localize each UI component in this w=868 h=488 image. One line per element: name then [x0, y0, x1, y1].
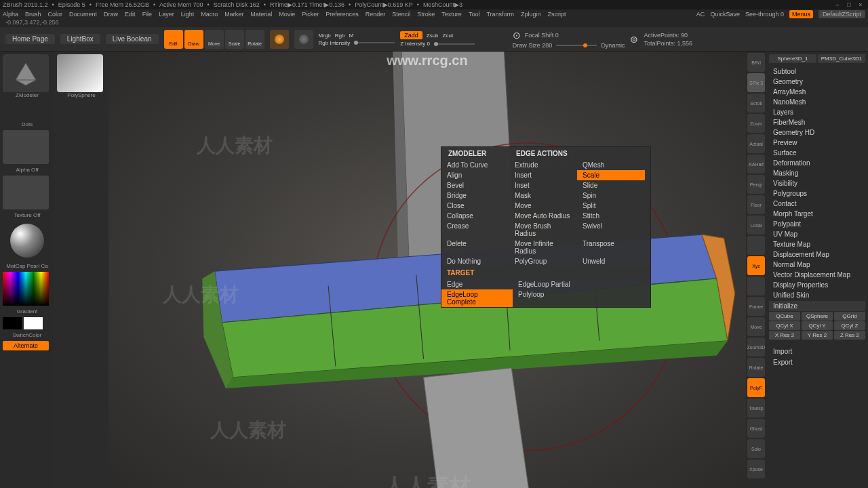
- seethrough-slider[interactable]: See-through 0: [745, 11, 784, 18]
- zmodeler-action-unweld[interactable]: Unweld: [577, 256, 645, 266]
- init-qgrid[interactable]: QGrid: [834, 312, 865, 321]
- gizmo-button[interactable]: [270, 30, 289, 49]
- zmodeler-target-edgeloop-partial[interactable]: EdgeLoop Partial: [513, 279, 580, 289]
- alternate-button[interactable]: Alternate: [3, 341, 49, 350]
- texture-swatch[interactable]: [3, 176, 49, 209]
- zmodeler-action-bevel[interactable]: Bevel: [441, 180, 509, 190]
- menu-movie[interactable]: Movie: [279, 11, 295, 18]
- zmodeler-target-polyloop[interactable]: Polyloop: [513, 289, 580, 307]
- zmodeler-action-swivel[interactable]: Swivel: [577, 221, 645, 239]
- zmodeler-action-move-infinite-radius[interactable]: Move Infinite Radius: [509, 239, 577, 256]
- init-qcube[interactable]: QCube: [769, 312, 800, 321]
- default-zscript[interactable]: DefaultZScript: [818, 10, 865, 18]
- panel-polygroups[interactable]: Polygroups: [769, 188, 865, 199]
- rtool-rotate[interactable]: Rotate: [747, 358, 765, 377]
- rtool-brd[interactable]: BRd: [747, 53, 765, 72]
- menu-light[interactable]: Light: [181, 11, 195, 18]
- rgb-intensity-slider[interactable]: [354, 42, 395, 43]
- menu-stroke[interactable]: Stroke: [417, 11, 435, 18]
- rtool-zoom3d[interactable]: Zoom3D: [747, 338, 765, 357]
- menu-edit[interactable]: Edit: [125, 11, 136, 18]
- rtool-aahalf[interactable]: AAHalf: [747, 155, 765, 174]
- zmodeler-target-edgeloop-complete[interactable]: EdgeLoop Complete: [441, 289, 513, 307]
- zmodeler-action-split[interactable]: Split: [577, 201, 645, 211]
- initialize-section[interactable]: Initialize: [769, 301, 865, 311]
- panel-unified-skin[interactable]: Unified Skin: [769, 290, 865, 300]
- panel-morph-target[interactable]: Morph Target: [769, 209, 865, 219]
- draw-mode-button[interactable]: Draw: [184, 30, 203, 49]
- init-z-res-2[interactable]: Z Res 2: [834, 331, 865, 340]
- color-picker[interactable]: [3, 272, 49, 306]
- panel-arraymesh[interactable]: ArrayMesh: [769, 87, 865, 97]
- panel-vector-displacement-map[interactable]: Vector Displacement Map: [769, 270, 865, 280]
- rtool-frame[interactable]: Frame: [747, 297, 765, 316]
- panel-geometry-hd[interactable]: Geometry HD: [769, 127, 865, 138]
- menu-file[interactable]: File: [142, 11, 153, 18]
- menu-alpha[interactable]: Alpha: [3, 11, 18, 18]
- draw-size-slider[interactable]: [556, 45, 597, 46]
- rtool-blank[interactable]: [747, 236, 765, 255]
- scale-mode-button[interactable]: Scale: [225, 30, 244, 49]
- zmodeler-action-scale[interactable]: Scale: [577, 170, 645, 180]
- zmodeler-action-polygroup[interactable]: PolyGroup: [509, 256, 577, 266]
- menu-color[interactable]: Color: [48, 11, 63, 18]
- menu-document[interactable]: Document: [69, 11, 97, 18]
- menu-stencil[interactable]: Stencil: [392, 11, 410, 18]
- panel-displacement-map[interactable]: Displacement Map: [769, 249, 865, 260]
- menu-zplugin[interactable]: Zplugin: [521, 11, 541, 18]
- init-y-res-2[interactable]: Y Res 2: [802, 331, 833, 340]
- rtool-zoom[interactable]: Zoom: [747, 114, 765, 133]
- menu-zscript[interactable]: Zscript: [548, 11, 566, 18]
- menu-render[interactable]: Render: [366, 11, 386, 18]
- rtool-move[interactable]: Move: [747, 317, 765, 336]
- zmodeler-action-inset[interactable]: Inset: [509, 180, 577, 190]
- zmodeler-action-insert[interactable]: Insert: [509, 170, 577, 180]
- move-mode-button[interactable]: Move: [205, 30, 224, 49]
- menu-picker[interactable]: Picker: [302, 11, 319, 18]
- rtool-xpose[interactable]: Xpose: [747, 460, 765, 479]
- panel-polypaint[interactable]: Polypaint: [769, 219, 865, 229]
- rotate-mode-button[interactable]: Rotate: [245, 30, 264, 49]
- edit-mode-button[interactable]: Edit: [164, 30, 183, 49]
- panel-geometry[interactable]: Geometry: [769, 77, 865, 87]
- panel-fibermesh[interactable]: FiberMesh: [769, 117, 865, 127]
- panel-nanomesh[interactable]: NanoMesh: [769, 97, 865, 107]
- zmodeler-target-edge[interactable]: Edge: [441, 279, 513, 289]
- init-qcyl-z[interactable]: QCyl Z: [834, 321, 865, 330]
- polysphere-tool[interactable]: [57, 54, 103, 92]
- rtool-persp[interactable]: Persp: [747, 175, 765, 194]
- zmodeler-action-move-brush-radius[interactable]: Move Brush Radius: [509, 221, 577, 239]
- rtool-actual[interactable]: Actual: [747, 134, 765, 153]
- rtool-xyz[interactable]: Xyz: [747, 256, 765, 275]
- init-qcyl-x[interactable]: QCyl X: [769, 321, 800, 330]
- zmodeler-action-extrude[interactable]: Extrude: [509, 160, 577, 170]
- zmodeler-action-transpose[interactable]: Transpose: [577, 239, 645, 256]
- panel-normal-map[interactable]: Normal Map: [769, 260, 865, 270]
- zmodeler-action-do-nothing[interactable]: Do Nothing: [441, 256, 509, 266]
- live-boolean-button[interactable]: Live Boolean: [106, 34, 159, 44]
- menu-brush[interactable]: Brush: [25, 11, 41, 18]
- init-qsphere[interactable]: QSphere: [802, 312, 833, 321]
- panel-texture-map[interactable]: Texture Map: [769, 239, 865, 249]
- minimize-icon[interactable]: −: [833, 1, 842, 8]
- tool-tab-1[interactable]: Sphere3D_1: [769, 54, 816, 63]
- menu-transform[interactable]: Transform: [486, 11, 514, 18]
- zmodeler-brush[interactable]: [3, 54, 49, 92]
- zmodeler-action-add-to-curve[interactable]: Add To Curve: [441, 160, 509, 170]
- rtool-ghost[interactable]: Ghost: [747, 419, 765, 438]
- zmodeler-action-move[interactable]: Move: [509, 201, 577, 211]
- rtool-scroll[interactable]: Scroll: [747, 94, 765, 113]
- panel-preview[interactable]: Preview: [769, 138, 865, 148]
- panel-subtool[interactable]: Subtool: [769, 66, 865, 77]
- menu-preferences[interactable]: Preferences: [326, 11, 359, 18]
- panel-visibility[interactable]: Visibility: [769, 178, 865, 188]
- home-page-button[interactable]: Home Page: [5, 34, 55, 44]
- panel-contact[interactable]: Contact: [769, 199, 865, 209]
- close-icon[interactable]: ×: [856, 1, 865, 8]
- zmodeler-action-slide[interactable]: Slide: [577, 180, 645, 190]
- lightbox-button[interactable]: LightBox: [60, 34, 100, 44]
- zmodeler-action-align[interactable]: Align: [441, 170, 509, 180]
- secondary-color[interactable]: [3, 317, 22, 329]
- panel-layers[interactable]: Layers: [769, 107, 865, 117]
- z-intensity-slider[interactable]: [434, 43, 475, 45]
